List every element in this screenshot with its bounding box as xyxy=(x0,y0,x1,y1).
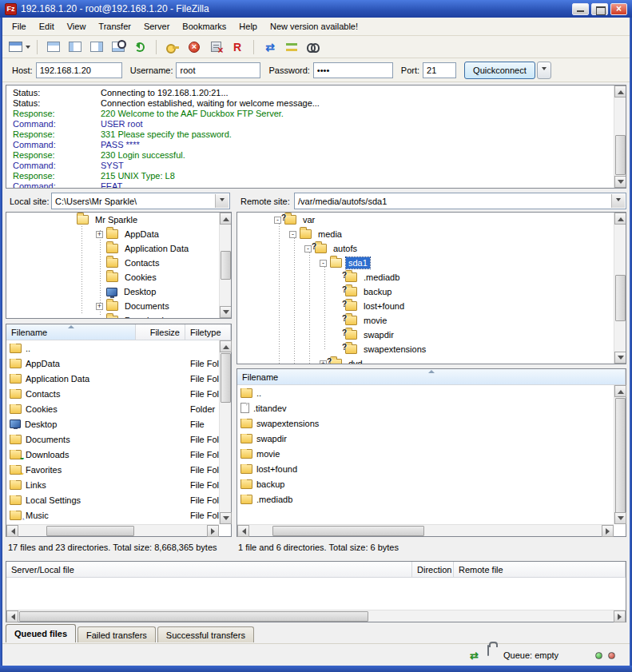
file-row[interactable]: AppData File Folder xyxy=(6,356,219,371)
local-list-vscrollbar[interactable] xyxy=(219,340,231,524)
file-row[interactable]: Contacts File Folder xyxy=(6,386,219,401)
remote-list-hscrollbar[interactable] xyxy=(237,524,614,536)
window-frame-bottom[interactable] xyxy=(0,666,632,672)
tab-successful-transfers[interactable]: Successful transfers xyxy=(157,626,254,642)
title-bar[interactable]: 192.168.1.20 - root@192.168.1.20 - FileZ… xyxy=(0,0,632,18)
log-scrollbar[interactable] xyxy=(614,85,626,188)
column-header-server-local-file[interactable]: Server/Local file xyxy=(6,562,412,577)
menu-server[interactable]: Server xyxy=(137,19,176,34)
tab-queued-files[interactable]: Queued files xyxy=(6,624,76,642)
menu-transfer[interactable]: Transfer xyxy=(92,19,137,34)
scrollbar-thumb[interactable] xyxy=(272,526,424,536)
tree-item[interactable]: Application Data xyxy=(6,241,231,256)
remote-directory-tree[interactable]: var media autofs sda1 .mediadb backup lo… xyxy=(237,212,626,364)
file-row[interactable]: backup xyxy=(237,476,614,491)
collapse-icon[interactable] xyxy=(274,217,281,224)
file-row[interactable]: .. xyxy=(6,340,219,356)
refresh-button[interactable] xyxy=(130,38,149,56)
quickconnect-dropdown-button[interactable] xyxy=(537,62,551,79)
file-row[interactable]: Downloads File Folder xyxy=(6,447,219,462)
tree-item[interactable]: media xyxy=(237,227,626,241)
file-row[interactable]: movie xyxy=(237,446,614,461)
tree-item[interactable]: swapextensions xyxy=(237,342,626,356)
file-row[interactable]: Documents File Folder xyxy=(6,431,219,447)
expand-icon[interactable] xyxy=(96,231,103,238)
directory-comparison-button[interactable] xyxy=(260,38,280,56)
tree-item[interactable]: lost+found xyxy=(237,299,626,313)
local-site-combo[interactable]: C:\Users\Mr Sparkle\ xyxy=(51,193,230,209)
tree-item[interactable]: Contacts xyxy=(6,256,231,270)
remote-site-combo[interactable]: /var/media/autofs/sda1 xyxy=(294,193,626,209)
scroll-up-button[interactable] xyxy=(614,385,626,397)
host-input[interactable] xyxy=(36,62,122,78)
combo-dropdown-button[interactable] xyxy=(611,194,625,208)
process-queue-button[interactable] xyxy=(163,38,182,56)
menu-view[interactable]: View xyxy=(61,19,93,34)
queue-hscrollbar[interactable] xyxy=(6,610,626,622)
tree-item[interactable]: backup xyxy=(237,284,626,299)
quickconnect-button[interactable]: Quickconnect xyxy=(464,62,535,79)
toggle-local-tree-button[interactable] xyxy=(66,38,85,56)
maximize-button[interactable] xyxy=(591,3,608,15)
file-row[interactable]: lost+found xyxy=(237,461,614,476)
scroll-left-button[interactable] xyxy=(6,610,18,622)
tree-item[interactable]: .mediadb xyxy=(237,270,626,284)
lock-icon[interactable] xyxy=(487,646,489,655)
file-row[interactable]: Application Data File Folder xyxy=(6,371,219,386)
scroll-left-button[interactable] xyxy=(237,525,249,537)
password-input[interactable] xyxy=(313,62,393,78)
toggle-remote-tree-button[interactable] xyxy=(87,38,106,56)
scroll-right-button[interactable] xyxy=(207,525,219,537)
scrollbar-thumb[interactable] xyxy=(615,135,626,175)
file-row[interactable]: Cookies Folder xyxy=(6,401,219,416)
tree-item[interactable]: Mr Sparkle xyxy=(6,213,231,227)
synchronized-browsing-button[interactable] xyxy=(282,38,301,56)
scrollbar-thumb[interactable] xyxy=(46,526,134,536)
tree-item[interactable]: Documents xyxy=(6,299,231,313)
chevron-down-icon[interactable] xyxy=(26,46,30,51)
file-row[interactable]: swapdir xyxy=(237,431,614,446)
column-header-filename[interactable]: Filename xyxy=(237,369,626,384)
menu-file[interactable]: File xyxy=(6,19,33,34)
menu-new-version[interactable]: New version available! xyxy=(264,19,364,34)
file-row[interactable]: .mediadb xyxy=(237,491,614,507)
file-row[interactable]: swapextensions xyxy=(237,416,614,431)
expand-icon[interactable] xyxy=(320,360,327,365)
local-directory-tree[interactable]: Mr Sparkle AppData Application Data Cont… xyxy=(6,212,232,319)
column-header-direction[interactable]: Direction xyxy=(412,562,454,577)
window-frame-left[interactable] xyxy=(0,18,2,672)
scroll-down-button[interactable] xyxy=(220,512,232,524)
speed-limit-icon[interactable] xyxy=(470,650,479,662)
scroll-right-button[interactable] xyxy=(602,525,614,537)
tree-item[interactable]: Desktop xyxy=(6,284,231,299)
port-input[interactable] xyxy=(423,62,456,78)
file-row[interactable]: Links File Folder xyxy=(6,477,219,492)
scroll-up-button[interactable] xyxy=(614,85,626,97)
tree-item[interactable]: var xyxy=(237,213,626,227)
column-header-filetype[interactable]: Filetype xyxy=(185,324,231,340)
file-row[interactable]: .titandev xyxy=(237,400,614,416)
disconnect-button[interactable] xyxy=(206,38,225,56)
scroll-left-button[interactable] xyxy=(6,525,18,537)
toggle-queue-button[interactable] xyxy=(109,38,128,56)
username-input[interactable] xyxy=(176,62,260,78)
toggle-message-log-button[interactable] xyxy=(44,38,63,56)
collapse-icon[interactable] xyxy=(320,260,327,267)
scroll-down-button[interactable] xyxy=(614,512,626,524)
scrollbar-thumb[interactable] xyxy=(615,398,626,513)
expand-icon[interactable] xyxy=(96,303,103,310)
scrollbar-thumb[interactable] xyxy=(19,611,368,622)
reconnect-button[interactable] xyxy=(228,38,247,56)
scroll-right-button[interactable] xyxy=(614,610,626,622)
collapse-icon[interactable] xyxy=(289,231,296,238)
file-row[interactable]: Favorites File Folder xyxy=(6,462,219,477)
tree-item[interactable]: Downloads xyxy=(6,313,231,319)
site-manager-button[interactable] xyxy=(9,38,30,56)
close-button[interactable] xyxy=(610,3,627,15)
menu-edit[interactable]: Edit xyxy=(33,19,61,34)
scroll-down-button[interactable] xyxy=(614,176,626,188)
cancel-button[interactable] xyxy=(185,38,204,56)
find-files-button[interactable] xyxy=(304,38,323,56)
file-row[interactable]: Desktop File xyxy=(6,416,219,431)
tree-item-selected[interactable]: sda1 xyxy=(237,256,626,270)
